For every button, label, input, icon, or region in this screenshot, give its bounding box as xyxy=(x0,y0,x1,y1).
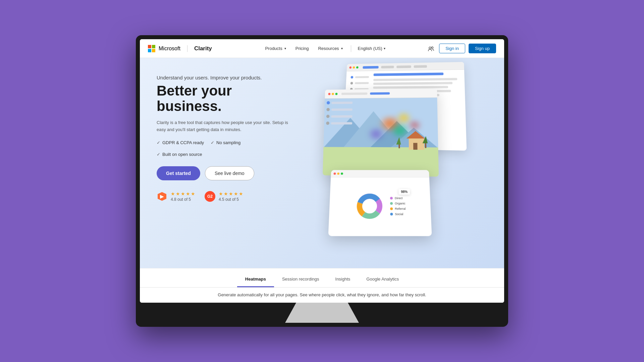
donut-legend: Direct Organic Referral xyxy=(390,196,406,216)
tab-heatmaps[interactable]: Heatmaps xyxy=(237,274,274,287)
get-started-button[interactable]: Get started xyxy=(157,166,200,180)
nav-links: Products ▾ Pricing Resources ▾ English (… xyxy=(223,44,426,53)
nav-right: Sign in Sign up xyxy=(426,44,496,53)
brand-logo[interactable]: Microsoft Clarity xyxy=(148,45,212,52)
screen: Microsoft Clarity Products ▾ Pricing Res… xyxy=(140,39,504,303)
legend-item-direct: Direct xyxy=(390,196,406,200)
share-icon[interactable] xyxy=(426,44,436,53)
g2-logo: G2 xyxy=(205,191,215,202)
hero-section: Understand your users. Improve your prod… xyxy=(140,58,504,268)
live-demo-button[interactable]: See live demo xyxy=(205,166,254,180)
donut-chart xyxy=(354,191,385,221)
capterra-stars: ★ ★ ★ ★ ★ xyxy=(171,191,195,196)
hero-illustration: Direct Organic Referral xyxy=(316,61,504,236)
signup-button[interactable]: Sign up xyxy=(469,44,496,53)
legend-item-organic: Organic xyxy=(390,202,406,205)
illustration-dashboard-card: Direct Organic Referral xyxy=(328,170,432,236)
heatmap-blob-5 xyxy=(409,121,421,129)
nav-resources[interactable]: Resources ▾ xyxy=(314,44,346,53)
tab-google-analytics[interactable]: Google Analytics xyxy=(358,274,407,287)
nav-pricing[interactable]: Pricing xyxy=(291,44,313,53)
tab-insights[interactable]: Insights xyxy=(327,274,359,287)
g2-stars: ★ ★ ★ ★ ★ xyxy=(219,191,243,196)
capterra-rating-info: ★ ★ ★ ★ ★ 4.8 out of 5 xyxy=(171,191,195,202)
nav-separator xyxy=(351,45,351,52)
language-selector[interactable]: English (US) ▾ xyxy=(355,45,388,52)
legend-item-social: Social xyxy=(390,213,406,216)
products-chevron-icon: ▾ xyxy=(284,47,286,50)
hero-buttons: Get started See live demo xyxy=(157,166,290,180)
heatmap-card-header xyxy=(325,88,437,99)
tab-content-text: Generate automatically for all your page… xyxy=(140,288,504,303)
illustration-heatmap-card xyxy=(323,88,439,177)
microsoft-logo xyxy=(148,45,155,52)
svg-point-1 xyxy=(432,47,433,48)
microsoft-label: Microsoft xyxy=(159,46,180,52)
heatmap-blob-4 xyxy=(369,129,384,139)
language-chevron-icon: ▾ xyxy=(384,47,385,50)
legend-item-referral: Referral xyxy=(390,207,406,210)
svg-rect-12 xyxy=(413,143,417,149)
product-name: Clarity xyxy=(194,45,212,52)
svg-point-21 xyxy=(363,199,377,213)
svg-point-0 xyxy=(429,47,431,49)
hero-checks: ✓ GDPR & CCPA ready ✓ No sampling ✓ Buil… xyxy=(157,140,290,157)
brand-divider xyxy=(187,45,187,52)
navbar: Microsoft Clarity Products ▾ Pricing Res… xyxy=(140,39,504,58)
monitor-stand xyxy=(285,303,359,323)
check-opensource: ✓ Built on open source xyxy=(157,152,202,157)
tabs-row: Heatmaps Session recordings Insights Goo… xyxy=(140,268,504,288)
capterra-rating: ▶ ★ ★ ★ ★ ★ 4.8 out of 5 xyxy=(157,191,195,202)
signin-button[interactable]: Sign in xyxy=(439,44,465,53)
check-gdpr: ✓ GDPR & CCPA ready xyxy=(157,140,204,145)
g2-score: 4.5 out of 5 xyxy=(219,197,243,202)
features-tabs-section: Heatmaps Session recordings Insights Goo… xyxy=(140,268,504,303)
dashboard-body: Direct Organic Referral xyxy=(328,178,432,236)
checkmark-icon-3: ✓ xyxy=(157,152,160,157)
checkmark-icon-2: ✓ xyxy=(211,140,214,145)
checkmark-icon-1: ✓ xyxy=(157,140,160,145)
hero-content: Understand your users. Improve your prod… xyxy=(140,58,304,268)
g2-rating-info: ★ ★ ★ ★ ★ 4.5 out of 5 xyxy=(219,191,243,202)
heatmap-blob-2 xyxy=(391,125,409,136)
svg-text:▶: ▶ xyxy=(160,194,164,199)
dashboard-card-header xyxy=(331,170,429,177)
check-sampling: ✓ No sampling xyxy=(211,140,240,145)
hero-title: Better your business. xyxy=(157,83,290,114)
capterra-logo: ▶ xyxy=(157,191,167,202)
capterra-score: 4.8 out of 5 xyxy=(171,197,195,202)
heatmap-body xyxy=(323,98,439,177)
monitor-frame: Microsoft Clarity Products ▾ Pricing Res… xyxy=(136,35,508,327)
ratings-row: ▶ ★ ★ ★ ★ ★ 4.8 out of 5 xyxy=(157,191,290,202)
g2-rating: G2 ★ ★ ★ ★ ★ 4.5 out of 5 xyxy=(205,191,243,202)
nav-products[interactable]: Products ▾ xyxy=(261,44,290,53)
percent-badge: 98% xyxy=(398,189,410,194)
tab-session-recordings[interactable]: Session recordings xyxy=(274,274,327,287)
hero-subtitle: Understand your users. Improve your prod… xyxy=(157,75,290,80)
resources-chevron-icon: ▾ xyxy=(341,47,343,50)
hero-description: Clarity is a free tool that captures how… xyxy=(157,119,290,133)
donut-wrapper: Direct Organic Referral xyxy=(354,191,406,221)
